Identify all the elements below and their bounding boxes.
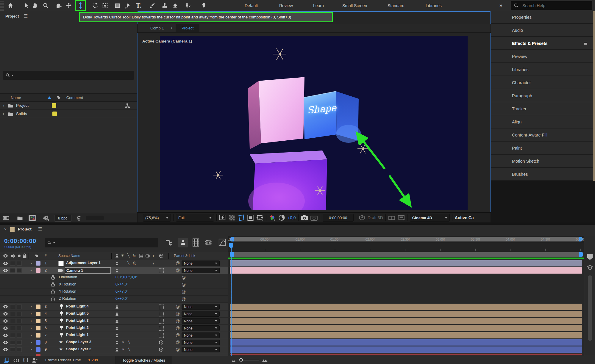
panel-tab-tracker[interactable]: Tracker xyxy=(491,103,593,115)
help-search-input[interactable] xyxy=(522,3,582,8)
project-item-row[interactable]: › Project xyxy=(0,101,137,110)
shy-switch-icon[interactable] xyxy=(115,319,119,324)
property-value[interactable]: 0,0°,0,0°,0,0° xyxy=(115,275,138,279)
stopwatch-icon[interactable] xyxy=(51,289,55,294)
panel-divider[interactable] xyxy=(491,11,491,222)
eye-icon[interactable] xyxy=(3,261,8,265)
selection-tool-icon[interactable] xyxy=(23,2,30,10)
timeline-track-area[interactable]: 0:00f 00:30f 01:00f 01:30f 02:00f 02:30f… xyxy=(228,236,584,356)
layer-row-partial[interactable] xyxy=(0,353,228,356)
property-row[interactable]: X Rotation 0x+4,0° @ xyxy=(0,281,228,288)
layer-name[interactable]: Adjustment Layer 1 xyxy=(66,261,101,265)
eye-icon[interactable] xyxy=(3,305,8,309)
eye-icon[interactable] xyxy=(3,326,8,330)
adjustment-switch-icon[interactable]: ◐ xyxy=(152,253,155,258)
parent-pickwhip-icon[interactable]: @ xyxy=(176,261,180,266)
expand-chevron-icon[interactable]: › xyxy=(31,305,32,309)
layer-duration-bar[interactable] xyxy=(230,260,582,266)
timeline-search-field[interactable] xyxy=(45,238,158,247)
layer-label-color[interactable] xyxy=(36,340,40,345)
view-layout-grid-icon[interactable] xyxy=(388,215,395,221)
pan-camera-tool-icon[interactable] xyxy=(65,2,73,10)
eye-icon[interactable] xyxy=(3,348,8,352)
timeline-tab-label[interactable]: Project xyxy=(18,227,32,231)
exposure-icon[interactable] xyxy=(278,214,285,221)
brush-tool-icon[interactable] xyxy=(148,2,156,10)
parent-pickwhip-icon[interactable]: @ xyxy=(176,318,180,323)
panel-tab-motion-sketch[interactable]: Motion Sketch xyxy=(491,155,593,168)
search-options-caret[interactable] xyxy=(53,242,55,243)
preview-timecode[interactable]: 0:00:00:00 xyxy=(323,214,354,222)
layer-label-color[interactable] xyxy=(36,319,40,323)
roto-brush-tool-icon[interactable] xyxy=(184,2,192,10)
audio-column-icon[interactable] xyxy=(11,253,15,258)
viewer-tab-comp[interactable]: Comp 1 xyxy=(150,26,164,30)
panel-divider[interactable] xyxy=(0,222,595,225)
shy-switch-icon[interactable] xyxy=(115,305,119,309)
column-comment[interactable]: Comment xyxy=(66,95,83,100)
new-folder-icon[interactable] xyxy=(17,216,23,221)
eye-icon[interactable] xyxy=(3,312,8,316)
quality-switch-icon[interactable]: ╲ xyxy=(128,347,130,352)
expand-chevron-icon[interactable]: › xyxy=(31,340,32,344)
puppet-pin-tool-icon[interactable] xyxy=(200,2,208,10)
eye-icon[interactable] xyxy=(3,319,8,323)
layer-duration-bar[interactable] xyxy=(230,325,582,331)
layer-name[interactable]: Point Light 1 xyxy=(66,333,89,337)
comp-button-icon[interactable] xyxy=(587,265,593,271)
mask-visibility-icon[interactable] xyxy=(247,214,254,221)
gpu-acceleration-icon[interactable] xyxy=(42,215,49,221)
view-dropdown[interactable]: Active Ca xyxy=(455,215,474,220)
column-parent-link[interactable]: Parent & Link xyxy=(174,254,195,258)
parent-dropdown[interactable]: None xyxy=(182,340,220,345)
workspace-tab-learn[interactable]: Learn xyxy=(310,0,327,11)
quality-switch-icon[interactable]: ╲ xyxy=(128,340,130,344)
fast-previews-icon[interactable] xyxy=(219,214,226,221)
orbit-camera-tool-icon[interactable] xyxy=(55,2,63,10)
transform-box-icon[interactable] xyxy=(159,333,164,338)
close-tab-icon[interactable]: × xyxy=(4,227,7,232)
rectangle-tool-icon[interactable] xyxy=(114,2,121,10)
playhead-line[interactable] xyxy=(231,243,232,356)
layer-row[interactable]: › 8 ★ Shape Layer 3 ☀ ╲ @ None xyxy=(0,339,228,346)
transform-box-icon[interactable] xyxy=(159,326,164,331)
collapse-chevron-icon[interactable]: › xyxy=(29,270,33,271)
item-label-color[interactable] xyxy=(52,112,57,116)
workspace-tab-review[interactable]: Review xyxy=(276,0,296,11)
zoom-in-mountain-icon[interactable] xyxy=(262,358,268,362)
shy-switch-icon[interactable] xyxy=(115,269,119,273)
layer-name[interactable]: Shape Layer 2 xyxy=(66,347,91,351)
transform-box-icon[interactable] xyxy=(159,268,164,273)
effects-switch-icon[interactable]: ☀ xyxy=(121,340,125,344)
panel-tab-properties[interactable]: Properties xyxy=(491,11,593,24)
frame-blend-switch-icon[interactable] xyxy=(139,254,143,258)
layer-name[interactable]: Point Light 4 xyxy=(66,304,89,308)
column-source-name[interactable]: Source Name xyxy=(58,254,80,258)
panel-tab-effects-presets[interactable]: Effects & Presets ☰ xyxy=(491,37,593,50)
trash-icon[interactable] xyxy=(76,215,82,221)
cube-3d-switch-icon[interactable] xyxy=(159,347,163,352)
stopwatch-icon[interactable] xyxy=(51,275,55,280)
panel-tab-audio[interactable]: Audio xyxy=(491,24,593,37)
panel-tab-character[interactable]: Character xyxy=(491,77,593,89)
layer-name[interactable]: Shape Layer 3 xyxy=(66,340,91,344)
eye-column-icon[interactable] xyxy=(3,254,8,258)
zoom-tool-icon[interactable] xyxy=(42,2,50,10)
parent-dropdown[interactable]: None xyxy=(182,325,220,331)
snapshot-camera-icon[interactable] xyxy=(301,215,308,221)
work-area-end-handle[interactable] xyxy=(579,252,583,257)
shy-switch-icon[interactable] xyxy=(115,333,119,338)
new-composition-icon[interactable] xyxy=(29,215,36,221)
parent-dropdown[interactable]: None xyxy=(182,311,220,317)
panel-divider[interactable] xyxy=(137,11,138,222)
fx-switch-icon[interactable]: fx xyxy=(133,253,136,258)
motion-blur-icon[interactable] xyxy=(204,239,212,246)
motion-blur-switch-icon[interactable] xyxy=(145,254,150,258)
shy-switch-icon[interactable] xyxy=(115,261,119,266)
in-out-brackets-icon[interactable]: ❴❵ xyxy=(22,357,29,363)
region-of-interest-icon[interactable] xyxy=(238,214,245,221)
parent-pickwhip-icon[interactable]: @ xyxy=(176,326,180,330)
shy-switch-icon[interactable] xyxy=(115,348,119,352)
layer-duration-bar[interactable] xyxy=(230,346,582,353)
shy-switch-icon[interactable] xyxy=(115,341,119,345)
